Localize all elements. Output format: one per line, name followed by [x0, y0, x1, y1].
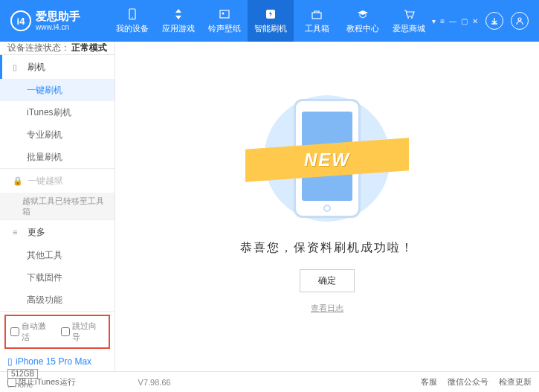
block-itunes-checkbox[interactable]: 阻止iTunes运行 — [7, 376, 76, 388]
cart-icon — [402, 7, 416, 21]
menu-pro-flash[interactable]: 专业刷机 — [0, 123, 114, 146]
menu-advanced[interactable]: 高级功能 — [0, 289, 114, 311]
phone-small-icon: ▯ — [13, 62, 23, 72]
skip-guide-checkbox[interactable]: 跳过向导 — [61, 321, 104, 343]
phone-icon — [126, 7, 139, 21]
success-illustration: NEW — [260, 91, 394, 225]
tab-my-device[interactable]: 我的设备 — [109, 0, 155, 42]
footer-wechat-link[interactable]: 微信公众号 — [448, 376, 488, 388]
menu-batch-flash[interactable]: 批量刷机 — [0, 146, 114, 168]
menu-itunes-flash[interactable]: iTunes刷机 — [0, 101, 114, 123]
tab-store[interactable]: 爱思商城 — [386, 0, 432, 42]
flash-icon — [264, 7, 277, 21]
footer-update-link[interactable]: 检查更新 — [499, 376, 532, 388]
confirm-button[interactable]: 确定 — [300, 269, 355, 292]
logo-area: i4 爱思助手 www.i4.cn — [6, 10, 109, 31]
device-name[interactable]: ▯ iPhone 15 Pro Max — [7, 356, 107, 367]
svg-point-3 — [222, 13, 225, 15]
close-icon[interactable]: ✕ — [472, 17, 478, 25]
sidebar: 设备连接状态： 正常模式 ▯ 刷机 一键刷机 iTunes刷机 专业刷机 批量刷… — [0, 42, 115, 371]
main-content: NEW 恭喜您，保资料刷机成功啦！ 确定 查看日志 — [115, 42, 539, 371]
app-header: i4 爱思助手 www.i4.cn 我的设备 应用游戏 铃声壁纸 智能刷机 工具… — [0, 0, 539, 42]
more-icon: ≡ — [13, 228, 23, 237]
tab-tutorials[interactable]: 教程中心 — [340, 0, 386, 42]
menu-group-flash[interactable]: ▯ 刷机 — [0, 55, 114, 79]
user-button[interactable] — [511, 12, 529, 30]
lock-icon: 🔒 — [13, 176, 23, 186]
menu-one-key-flash[interactable]: 一键刷机 — [0, 79, 114, 101]
list-icon[interactable]: ≡ — [440, 17, 445, 25]
image-icon — [218, 7, 231, 21]
brand-url: www.i4.cn — [36, 23, 80, 31]
tab-ringtones[interactable]: 铃声壁纸 — [201, 0, 248, 42]
logo-icon: i4 — [10, 10, 31, 31]
window-controls: ▾ ≡ — ▢ ✕ — [432, 17, 478, 25]
svg-point-6 — [407, 17, 409, 19]
graduation-icon — [356, 7, 369, 21]
menu-icon[interactable]: ▾ — [432, 17, 436, 25]
version-label: V7.98.66 — [138, 378, 171, 387]
download-button[interactable] — [485, 12, 503, 30]
device-phone-icon: ▯ — [7, 356, 13, 367]
menu-download-firmware[interactable]: 下载固件 — [0, 266, 114, 289]
svg-point-7 — [411, 17, 413, 19]
apps-icon — [172, 7, 185, 21]
view-log-link[interactable]: 查看日志 — [311, 303, 343, 314]
menu-group-jailbreak: 🔒 一键越狱 — [0, 169, 114, 193]
nav-tabs: 我的设备 应用游戏 铃声壁纸 智能刷机 工具箱 教程中心 爱思商城 — [109, 0, 432, 42]
jailbreak-note: 越狱工具已转移至工具箱 — [0, 193, 114, 219]
tab-apps[interactable]: 应用游戏 — [155, 0, 201, 42]
footer-support-link[interactable]: 客服 — [421, 376, 437, 388]
minimize-icon[interactable]: — — [449, 17, 456, 25]
svg-rect-5 — [312, 13, 321, 19]
auto-activate-checkbox[interactable]: 自动激活 — [10, 321, 54, 343]
menu-other-tools[interactable]: 其他工具 — [0, 244, 114, 266]
success-message: 恭喜您，保资料刷机成功啦！ — [240, 240, 414, 256]
svg-point-8 — [518, 18, 521, 21]
brand-name: 爱思助手 — [36, 10, 80, 23]
connection-status: 设备连接状态： 正常模式 — [0, 42, 114, 55]
maximize-icon[interactable]: ▢ — [461, 17, 468, 25]
svg-point-1 — [132, 17, 133, 19]
svg-rect-2 — [220, 10, 229, 18]
tab-toolbox[interactable]: 工具箱 — [294, 0, 340, 42]
menu-group-more[interactable]: ≡ 更多 — [0, 220, 114, 244]
tab-flash[interactable]: 智能刷机 — [248, 0, 294, 42]
ribbon-text: NEW — [304, 150, 350, 170]
options-row: 自动激活 跳过向导 — [4, 315, 110, 349]
toolbox-icon — [310, 7, 323, 21]
